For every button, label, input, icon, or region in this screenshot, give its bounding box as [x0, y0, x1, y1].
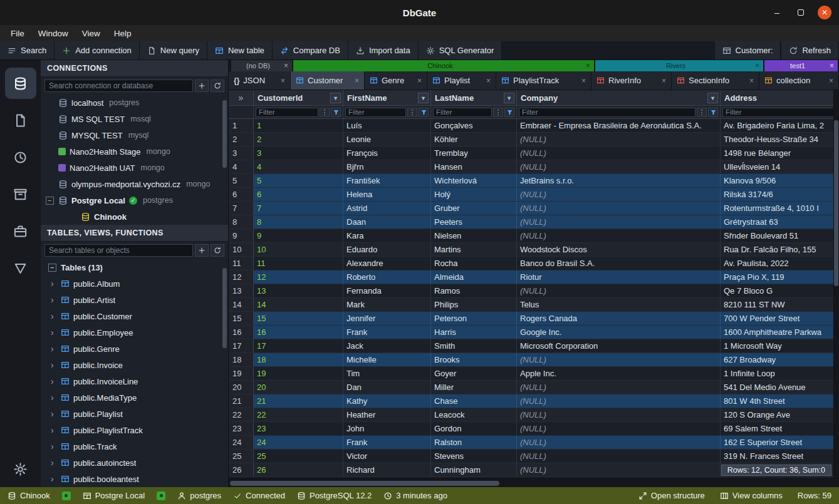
cell-customerid[interactable]: 12: [254, 270, 343, 284]
cell-address[interactable]: 1 Microsoft Way: [721, 339, 837, 352]
cell-company[interactable]: (NULL): [517, 284, 721, 297]
tables-group-row[interactable]: − Tables (13): [41, 259, 228, 275]
cell-customerid[interactable]: 13: [254, 284, 343, 297]
row-number[interactable]: 6: [229, 188, 254, 201]
cell-company[interactable]: (NULL): [517, 215, 721, 229]
cell-customerid[interactable]: 8: [254, 215, 343, 229]
statusbar-postgres[interactable]: postgres: [177, 491, 221, 500]
cell-customerid[interactable]: 24: [254, 436, 343, 449]
expand-all-button[interactable]: »: [229, 90, 254, 105]
cell-firstname[interactable]: Dan: [343, 381, 431, 394]
statusbar-open-structure[interactable]: Open structure: [638, 491, 705, 500]
file-tab-customer[interactable]: Customer×: [291, 71, 365, 90]
column-dropdown-icon[interactable]: ▾: [504, 93, 514, 103]
cell-lastname[interactable]: Miller: [431, 381, 517, 394]
statusbar-3-minutes-ago[interactable]: 3 minutes ago: [383, 491, 447, 500]
cell-lastname[interactable]: Cunningham: [431, 463, 517, 476]
cell-firstname[interactable]: Kathy: [343, 394, 431, 408]
table-item-public-employee[interactable]: ›public.Employee: [41, 324, 228, 341]
vertical-scrollbar[interactable]: [833, 90, 839, 478]
statusbar-postgresql-12-2[interactable]: PostgreSQL 12.2: [297, 491, 372, 500]
cell-lastname[interactable]: Tremblay: [431, 147, 517, 160]
table-item-public-playlist[interactable]: ›public.Playlist: [41, 406, 228, 422]
connections-scrollbar-thumb[interactable]: [222, 100, 227, 168]
cell-firstname[interactable]: Victor: [343, 450, 431, 463]
connection-item-mysql-test[interactable]: MYSQL TESTmysql: [41, 127, 228, 143]
cell-address[interactable]: Klanova 9/506: [721, 174, 837, 187]
row-number[interactable]: 20: [229, 381, 254, 394]
cell-address[interactable]: 1498 rue Bélanger: [721, 147, 837, 160]
cell-customerid[interactable]: 26: [254, 463, 343, 476]
cell-company[interactable]: (NULL): [517, 202, 721, 215]
cell-firstname[interactable]: Heather: [343, 408, 431, 421]
activitybar-history[interactable]: [5, 141, 36, 173]
cell-firstname[interactable]: Kara: [343, 229, 431, 242]
cell-company[interactable]: (NULL): [517, 450, 721, 463]
menu-file[interactable]: File: [4, 28, 31, 39]
statusbar-connected[interactable]: Connected: [233, 491, 285, 500]
cell-lastname[interactable]: Peeters: [431, 215, 517, 229]
cell-address[interactable]: Av. Brigadeiro Faria Lima, 2: [721, 119, 837, 132]
close-icon[interactable]: ×: [486, 76, 491, 85]
filter-funnel-icon[interactable]: [708, 108, 718, 117]
column-header-customerid[interactable]: CustomerId▾: [254, 90, 343, 105]
cell-lastname[interactable]: Brooks: [431, 353, 517, 366]
column-dropdown-icon[interactable]: ▾: [330, 93, 341, 103]
cell-customerid[interactable]: 17: [254, 339, 343, 352]
connection-item-ms-sql-test[interactable]: MS SQL TESTmssql: [41, 111, 228, 127]
cell-lastname[interactable]: Smith: [431, 339, 517, 352]
cell-company[interactable]: Banco do Brasil S.A.: [517, 257, 721, 270]
statusbar-view-columns[interactable]: View columns: [720, 491, 783, 500]
filter-input-customerid[interactable]: [256, 108, 318, 117]
cell-address[interactable]: 319 N. Frances Street: [721, 450, 837, 463]
filter-input-address[interactable]: [722, 108, 835, 117]
filter-menu-icon[interactable]: ⋮: [493, 108, 503, 117]
table-item-public-invoice[interactable]: ›public.Invoice: [41, 357, 228, 373]
cell-firstname[interactable]: Jennifer: [343, 312, 431, 325]
cell-lastname[interactable]: Wichterlová: [431, 174, 517, 187]
cell-firstname[interactable]: Alexandre: [343, 257, 431, 270]
row-number[interactable]: 17: [229, 339, 254, 352]
close-icon[interactable]: ×: [586, 61, 590, 70]
row-number[interactable]: 23: [229, 422, 254, 435]
table-item-public-album[interactable]: ›public.Album: [41, 275, 228, 292]
cell-firstname[interactable]: Michelle: [343, 353, 431, 366]
filter-input-firstname[interactable]: [345, 108, 406, 117]
table-item-public-mediatype[interactable]: ›public.MediaType: [41, 389, 228, 406]
row-number[interactable]: 26: [229, 463, 254, 476]
activitybar-archive[interactable]: [5, 178, 36, 210]
row-number[interactable]: 24: [229, 436, 254, 449]
db-tab-no-db[interactable]: (no DB)×: [231, 60, 292, 71]
cell-lastname[interactable]: Hansen: [431, 160, 517, 173]
cell-firstname[interactable]: Daan: [343, 215, 431, 229]
minimize-button[interactable]: –: [770, 6, 784, 19]
cell-lastname[interactable]: Philips: [431, 298, 517, 311]
cell-lastname[interactable]: Ramos: [431, 284, 517, 297]
filter-funnel-icon[interactable]: [331, 108, 341, 117]
cell-customerid[interactable]: 6: [254, 188, 343, 201]
row-number[interactable]: 3: [229, 147, 254, 160]
table-item-public-invoiceline[interactable]: ›public.InvoiceLine: [41, 373, 228, 389]
close-button[interactable]: ✕: [818, 6, 831, 19]
collapse-icon[interactable]: −: [48, 264, 56, 272]
cell-address[interactable]: 541 Del Medio Avenue: [721, 381, 837, 394]
table-item-public-booleantest[interactable]: ›public.booleantest: [41, 471, 228, 487]
cell-firstname[interactable]: Bjřrn: [343, 160, 431, 173]
activitybar-files[interactable]: [5, 105, 36, 136]
cell-firstname[interactable]: Luís: [343, 119, 431, 132]
cell-company[interactable]: Telus: [517, 298, 721, 311]
cell-firstname[interactable]: Frank: [343, 436, 431, 449]
cell-lastname[interactable]: Stevens: [431, 450, 517, 463]
row-number[interactable]: 13: [229, 284, 254, 297]
filter-funnel-icon[interactable]: [419, 108, 429, 117]
cell-firstname[interactable]: Frank: [343, 326, 431, 339]
file-tab-playlisttrack[interactable]: PlaylistTrack×: [496, 71, 591, 90]
cell-company[interactable]: Apple Inc.: [517, 367, 721, 380]
toolbar-sql-generator-button[interactable]: SQL Generator: [419, 41, 503, 59]
cell-lastname[interactable]: Almeida: [431, 270, 517, 284]
close-icon[interactable]: ×: [417, 76, 422, 85]
cell-customerid[interactable]: 16: [254, 326, 343, 339]
cell-address[interactable]: Sřnder Boulevard 51: [721, 229, 837, 242]
cell-customerid[interactable]: 2: [254, 133, 343, 146]
toolbar-add-connection-button[interactable]: Add connection: [55, 41, 140, 59]
